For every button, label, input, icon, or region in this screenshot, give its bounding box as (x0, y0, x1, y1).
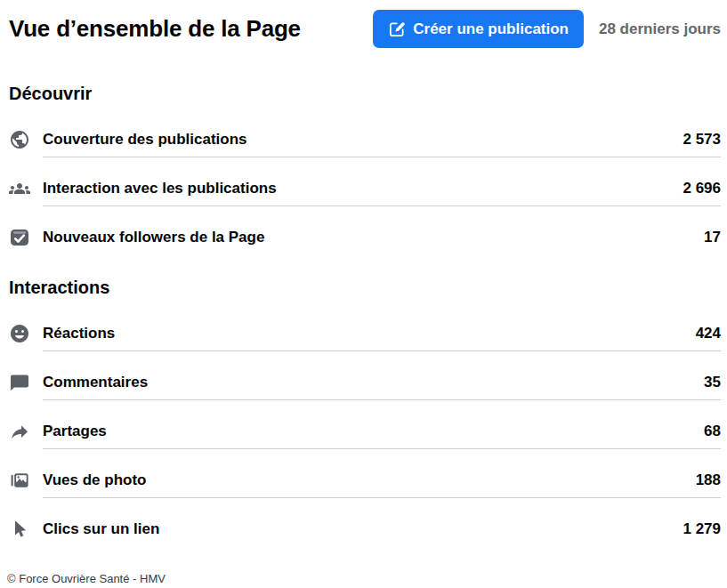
metric-row[interactable]: Partages 68 (9, 423, 721, 449)
metric-row[interactable]: Nouveaux followers de la Page 17 (9, 229, 721, 254)
metric-label: Couverture des publications (43, 131, 247, 149)
metric-label: Commentaires (43, 374, 148, 391)
metric-value: 1 279 (683, 520, 721, 538)
follower-check-icon (9, 227, 30, 248)
metric-value: 188 (696, 471, 721, 489)
people-icon (9, 178, 30, 199)
comment-icon (9, 372, 30, 393)
metric-value: 424 (696, 325, 721, 342)
copyright-text: © Force Ouvrière Santé - HMV (7, 572, 166, 585)
metric-row[interactable]: Couverture des publications 2 573 (9, 131, 721, 157)
compose-icon (388, 20, 406, 38)
section-heading: Interactions (9, 278, 721, 298)
page-overview: Vue d’ensemble de la Page Créer une publ… (0, 0, 727, 546)
metric-label: Nouveaux followers de la Page (43, 229, 264, 246)
globe-icon (9, 129, 30, 150)
section-rows: Couverture des publications 2 573 Intera… (9, 131, 721, 254)
period-selector[interactable]: 28 derniers jours (599, 20, 721, 38)
metric-label: Partages (43, 423, 107, 440)
metric-value: 2 573 (683, 131, 721, 149)
photo-icon (9, 470, 30, 491)
create-publication-button[interactable]: Créer une publication (373, 10, 584, 48)
metric-label: Clics sur un lien (43, 520, 159, 538)
share-icon (9, 421, 30, 442)
metrics-section: Interactions Réactions 424 Commentaires … (9, 278, 721, 546)
section-heading: Découvrir (9, 84, 721, 104)
create-publication-label: Créer une publication (413, 20, 569, 38)
metric-row[interactable]: Commentaires 35 (9, 374, 721, 400)
metric-value: 35 (704, 374, 721, 391)
page-title: Vue d’ensemble de la Page (9, 15, 301, 43)
metric-row[interactable]: Interaction avec les publications 2 696 (9, 180, 721, 206)
smiley-icon (9, 323, 30, 344)
metric-row[interactable]: Réactions 424 (9, 325, 721, 351)
cursor-icon (9, 519, 30, 540)
metrics-section: Découvrir Couverture des publications 2 … (9, 84, 721, 254)
section-rows: Réactions 424 Commentaires 35 Partages 6… (9, 325, 721, 546)
metric-label: Interaction avec les publications (43, 180, 277, 197)
metric-row[interactable]: Vues de photo 188 (9, 471, 721, 498)
metric-label: Vues de photo (43, 471, 147, 489)
metric-label: Réactions (43, 325, 115, 342)
metric-value: 68 (704, 423, 721, 440)
metric-value: 2 696 (683, 180, 721, 197)
metric-value: 17 (704, 229, 721, 246)
header: Vue d’ensemble de la Page Créer une publ… (9, 10, 721, 48)
metric-row[interactable]: Clics sur un lien 1 279 (9, 520, 721, 546)
metrics-main: Découvrir Couverture des publications 2 … (9, 84, 721, 546)
